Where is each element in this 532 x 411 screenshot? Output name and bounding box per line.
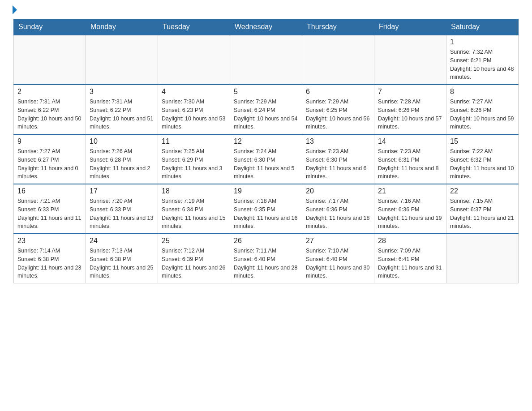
calendar-week-row: 23Sunrise: 7:14 AMSunset: 6:38 PMDayligh… — [14, 234, 519, 283]
day-number: 22 — [450, 187, 515, 195]
calendar-cell: 18Sunrise: 7:19 AMSunset: 6:34 PMDayligh… — [158, 184, 230, 234]
day-info: Sunrise: 7:21 AMSunset: 6:33 PMDaylight:… — [17, 197, 82, 231]
day-info: Sunrise: 7:27 AMSunset: 6:26 PMDaylight:… — [450, 98, 515, 131]
logo-arrow-icon — [13, 5, 17, 14]
calendar-cell: 23Sunrise: 7:14 AMSunset: 6:38 PMDayligh… — [14, 234, 86, 283]
day-number: 2 — [17, 88, 82, 96]
day-info: Sunrise: 7:10 AMSunset: 6:40 PMDaylight:… — [306, 247, 370, 280]
day-info: Sunrise: 7:30 AMSunset: 6:23 PMDaylight:… — [162, 98, 226, 131]
day-number: 19 — [234, 187, 298, 195]
day-info: Sunrise: 7:20 AMSunset: 6:33 PMDaylight:… — [90, 197, 154, 231]
calendar-cell: 9Sunrise: 7:27 AMSunset: 6:27 PMDaylight… — [14, 134, 86, 184]
calendar-cell: 4Sunrise: 7:30 AMSunset: 6:23 PMDaylight… — [158, 85, 230, 134]
calendar-cell — [374, 35, 446, 85]
day-info: Sunrise: 7:29 AMSunset: 6:24 PMDaylight:… — [234, 98, 298, 131]
calendar-week-row: 9Sunrise: 7:27 AMSunset: 6:27 PMDaylight… — [14, 134, 519, 184]
day-number: 4 — [162, 88, 226, 96]
day-number: 25 — [162, 237, 226, 245]
calendar-cell — [86, 35, 158, 85]
day-number: 28 — [378, 237, 442, 245]
calendar-header-row: SundayMondayTuesdayWednesdayThursdayFrid… — [14, 19, 519, 35]
calendar-cell: 12Sunrise: 7:24 AMSunset: 6:30 PMDayligh… — [230, 134, 302, 184]
day-info: Sunrise: 7:09 AMSunset: 6:41 PMDaylight:… — [378, 247, 442, 280]
day-number: 17 — [90, 187, 154, 195]
calendar-header-sunday: Sunday — [14, 19, 86, 35]
day-number: 23 — [17, 237, 82, 245]
calendar-cell — [230, 35, 302, 85]
day-info: Sunrise: 7:23 AMSunset: 6:30 PMDaylight:… — [306, 147, 370, 181]
day-info: Sunrise: 7:28 AMSunset: 6:26 PMDaylight:… — [378, 98, 442, 131]
day-number: 16 — [17, 187, 82, 195]
day-number: 18 — [162, 187, 226, 195]
calendar-cell — [446, 234, 519, 283]
calendar-cell: 21Sunrise: 7:16 AMSunset: 6:36 PMDayligh… — [374, 184, 446, 234]
day-number: 21 — [378, 187, 442, 195]
calendar-cell: 11Sunrise: 7:25 AMSunset: 6:29 PMDayligh… — [158, 134, 230, 184]
calendar-cell: 25Sunrise: 7:12 AMSunset: 6:39 PMDayligh… — [158, 234, 230, 283]
calendar-cell: 22Sunrise: 7:15 AMSunset: 6:37 PMDayligh… — [446, 184, 519, 234]
calendar-cell: 28Sunrise: 7:09 AMSunset: 6:41 PMDayligh… — [374, 234, 446, 283]
calendar-cell: 7Sunrise: 7:28 AMSunset: 6:26 PMDaylight… — [374, 85, 446, 134]
calendar-header-friday: Friday — [374, 19, 446, 35]
calendar-header-wednesday: Wednesday — [230, 19, 302, 35]
day-info: Sunrise: 7:18 AMSunset: 6:35 PMDaylight:… — [234, 197, 298, 231]
calendar-cell: 24Sunrise: 7:13 AMSunset: 6:38 PMDayligh… — [86, 234, 158, 283]
page-header — [13, 9, 519, 14]
day-number: 24 — [90, 237, 154, 245]
day-number: 7 — [378, 88, 442, 96]
day-info: Sunrise: 7:23 AMSunset: 6:31 PMDaylight:… — [378, 147, 442, 181]
calendar-cell: 13Sunrise: 7:23 AMSunset: 6:30 PMDayligh… — [302, 134, 374, 184]
day-info: Sunrise: 7:27 AMSunset: 6:27 PMDaylight:… — [17, 147, 82, 181]
day-info: Sunrise: 7:19 AMSunset: 6:34 PMDaylight:… — [162, 197, 226, 231]
day-info: Sunrise: 7:29 AMSunset: 6:25 PMDaylight:… — [306, 98, 370, 131]
day-number: 5 — [234, 88, 298, 96]
day-number: 3 — [90, 88, 154, 96]
calendar-cell: 3Sunrise: 7:31 AMSunset: 6:22 PMDaylight… — [86, 85, 158, 134]
day-info: Sunrise: 7:31 AMSunset: 6:22 PMDaylight:… — [90, 98, 154, 131]
day-number: 15 — [450, 137, 515, 146]
day-info: Sunrise: 7:26 AMSunset: 6:28 PMDaylight:… — [90, 147, 154, 181]
day-number: 11 — [162, 137, 226, 146]
day-info: Sunrise: 7:24 AMSunset: 6:30 PMDaylight:… — [234, 147, 298, 181]
calendar-cell: 19Sunrise: 7:18 AMSunset: 6:35 PMDayligh… — [230, 184, 302, 234]
calendar-cell: 20Sunrise: 7:17 AMSunset: 6:36 PMDayligh… — [302, 184, 374, 234]
calendar-header-monday: Monday — [86, 19, 158, 35]
calendar-cell: 1Sunrise: 7:32 AMSunset: 6:21 PMDaylight… — [446, 35, 519, 85]
day-info: Sunrise: 7:32 AMSunset: 6:21 PMDaylight:… — [450, 48, 515, 81]
calendar-week-row: 1Sunrise: 7:32 AMSunset: 6:21 PMDaylight… — [14, 35, 519, 85]
calendar-table: SundayMondayTuesdayWednesdayThursdayFrid… — [13, 19, 519, 283]
calendar-cell: 5Sunrise: 7:29 AMSunset: 6:24 PMDaylight… — [230, 85, 302, 134]
calendar-cell: 16Sunrise: 7:21 AMSunset: 6:33 PMDayligh… — [14, 184, 86, 234]
day-info: Sunrise: 7:25 AMSunset: 6:29 PMDaylight:… — [162, 147, 226, 181]
day-info: Sunrise: 7:16 AMSunset: 6:36 PMDaylight:… — [378, 197, 442, 231]
day-info: Sunrise: 7:17 AMSunset: 6:36 PMDaylight:… — [306, 197, 370, 231]
day-number: 1 — [450, 38, 515, 46]
calendar-cell: 15Sunrise: 7:22 AMSunset: 6:32 PMDayligh… — [446, 134, 519, 184]
calendar-cell: 10Sunrise: 7:26 AMSunset: 6:28 PMDayligh… — [86, 134, 158, 184]
calendar-cell — [302, 35, 374, 85]
day-number: 6 — [306, 88, 370, 96]
calendar-header-thursday: Thursday — [302, 19, 374, 35]
calendar-cell: 8Sunrise: 7:27 AMSunset: 6:26 PMDaylight… — [446, 85, 519, 134]
calendar-week-row: 2Sunrise: 7:31 AMSunset: 6:22 PMDaylight… — [14, 85, 519, 134]
day-info: Sunrise: 7:15 AMSunset: 6:37 PMDaylight:… — [450, 197, 515, 231]
calendar-cell — [14, 35, 86, 85]
calendar-cell: 6Sunrise: 7:29 AMSunset: 6:25 PMDaylight… — [302, 85, 374, 134]
day-info: Sunrise: 7:13 AMSunset: 6:38 PMDaylight:… — [90, 247, 154, 280]
logo — [13, 9, 17, 14]
day-number: 26 — [234, 237, 298, 245]
day-info: Sunrise: 7:14 AMSunset: 6:38 PMDaylight:… — [17, 247, 82, 280]
calendar-cell: 17Sunrise: 7:20 AMSunset: 6:33 PMDayligh… — [86, 184, 158, 234]
calendar-header-saturday: Saturday — [446, 19, 519, 35]
day-number: 8 — [450, 88, 515, 96]
day-info: Sunrise: 7:12 AMSunset: 6:39 PMDaylight:… — [162, 247, 226, 280]
day-info: Sunrise: 7:11 AMSunset: 6:40 PMDaylight:… — [234, 247, 298, 280]
calendar-cell: 26Sunrise: 7:11 AMSunset: 6:40 PMDayligh… — [230, 234, 302, 283]
day-number: 12 — [234, 137, 298, 146]
calendar-cell: 2Sunrise: 7:31 AMSunset: 6:22 PMDaylight… — [14, 85, 86, 134]
day-number: 9 — [17, 137, 82, 146]
day-number: 10 — [90, 137, 154, 146]
day-number: 13 — [306, 137, 370, 146]
calendar-cell — [158, 35, 230, 85]
calendar-week-row: 16Sunrise: 7:21 AMSunset: 6:33 PMDayligh… — [14, 184, 519, 234]
